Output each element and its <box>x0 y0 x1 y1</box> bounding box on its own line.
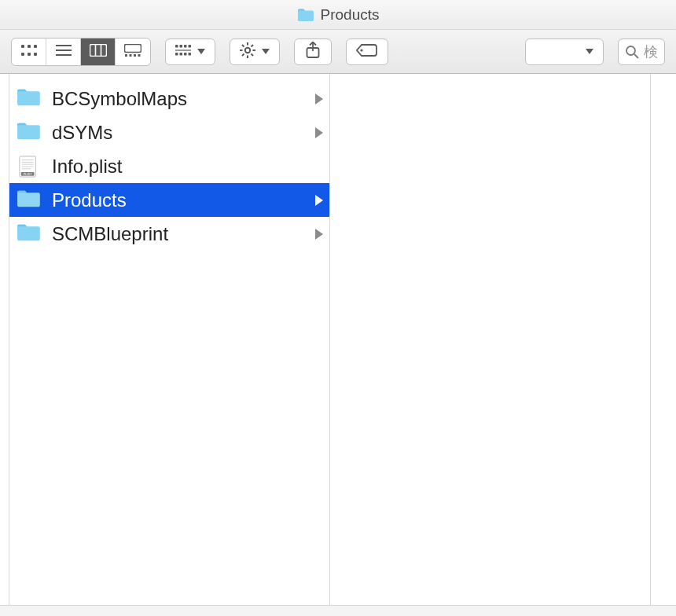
svg-point-26 <box>245 47 250 52</box>
file-row[interactable]: SCMBlueprint <box>9 217 329 251</box>
svg-rect-18 <box>180 45 183 48</box>
folder-icon <box>14 223 44 245</box>
svg-point-37 <box>360 49 362 51</box>
svg-rect-17 <box>175 45 178 48</box>
share-button[interactable] <box>294 38 332 65</box>
search-placeholder: 検 <box>644 42 658 61</box>
column-view-icon <box>90 44 107 60</box>
action-button[interactable] <box>230 38 280 65</box>
icon-view-icon <box>21 45 37 59</box>
svg-rect-12 <box>125 44 141 52</box>
file-label: SCMBlueprint <box>52 223 307 245</box>
file-row[interactable]: BCSymbolMaps <box>9 82 329 116</box>
svg-rect-4 <box>28 53 31 56</box>
chevron-right-icon <box>315 229 323 240</box>
gear-icon <box>240 42 255 61</box>
svg-rect-3 <box>21 53 24 56</box>
file-label: dSYMs <box>52 122 307 144</box>
arrange-button[interactable] <box>165 38 215 65</box>
column-browser: BCSymbolMapsdSYMsInfo.plistProductsSCMBl… <box>0 74 676 605</box>
column-prev[interactable] <box>0 74 9 605</box>
column-list[interactable]: BCSymbolMapsdSYMsInfo.plistProductsSCMBl… <box>9 74 330 605</box>
file-row[interactable]: Info.plist <box>9 149 329 183</box>
svg-line-39 <box>634 54 638 58</box>
svg-point-38 <box>626 46 635 55</box>
svg-rect-5 <box>34 53 37 56</box>
svg-rect-2 <box>34 45 37 48</box>
chevron-right-icon <box>315 94 323 104</box>
window-titlebar: Products <box>0 0 676 30</box>
svg-rect-1 <box>28 45 31 48</box>
status-bar <box>0 605 676 616</box>
file-label: Products <box>52 189 307 211</box>
share-icon <box>306 42 320 62</box>
svg-line-33 <box>242 53 244 56</box>
chevron-down-icon <box>197 49 205 54</box>
view-icon-button[interactable] <box>12 38 46 65</box>
view-column-button[interactable] <box>81 38 116 65</box>
file-label: Info.plist <box>52 156 323 178</box>
search-field[interactable]: 検 <box>618 38 665 65</box>
folder-icon <box>14 122 44 144</box>
svg-rect-21 <box>175 53 178 56</box>
svg-line-34 <box>252 45 254 47</box>
view-mode-group <box>11 38 151 66</box>
file-row[interactable]: dSYMs <box>9 116 329 149</box>
tag-icon <box>356 43 378 60</box>
chevron-right-icon <box>315 127 323 138</box>
svg-rect-19 <box>184 45 187 48</box>
svg-rect-16 <box>138 54 141 57</box>
svg-rect-22 <box>180 53 183 56</box>
window-title: Products <box>321 6 380 24</box>
svg-rect-13 <box>125 54 127 57</box>
view-gallery-button[interactable] <box>116 38 150 65</box>
svg-rect-23 <box>184 53 187 56</box>
svg-rect-9 <box>90 44 106 56</box>
chevron-down-icon <box>586 49 593 54</box>
folder-icon <box>297 8 314 22</box>
svg-line-32 <box>252 53 254 56</box>
column-spare[interactable] <box>651 74 676 605</box>
svg-rect-24 <box>189 53 192 56</box>
plist-file-icon <box>14 156 44 178</box>
dropdown-button[interactable] <box>525 38 604 65</box>
tags-button[interactable] <box>346 38 388 65</box>
svg-line-31 <box>242 45 244 47</box>
gallery-view-icon <box>124 44 141 60</box>
view-list-button[interactable] <box>46 38 81 65</box>
column-next[interactable] <box>330 74 651 605</box>
folder-icon <box>14 88 44 110</box>
chevron-right-icon <box>315 195 323 206</box>
svg-rect-20 <box>189 45 192 48</box>
toolbar: 検 <box>0 30 676 74</box>
arrange-icon <box>175 45 191 59</box>
svg-rect-15 <box>134 54 136 57</box>
list-view-icon <box>56 45 72 59</box>
folder-icon <box>14 189 44 211</box>
search-icon <box>625 45 639 59</box>
chevron-down-icon <box>262 49 270 54</box>
file-label: BCSymbolMaps <box>52 88 307 110</box>
file-row[interactable]: Products <box>9 183 329 217</box>
svg-rect-0 <box>21 45 24 48</box>
svg-rect-14 <box>130 54 132 57</box>
